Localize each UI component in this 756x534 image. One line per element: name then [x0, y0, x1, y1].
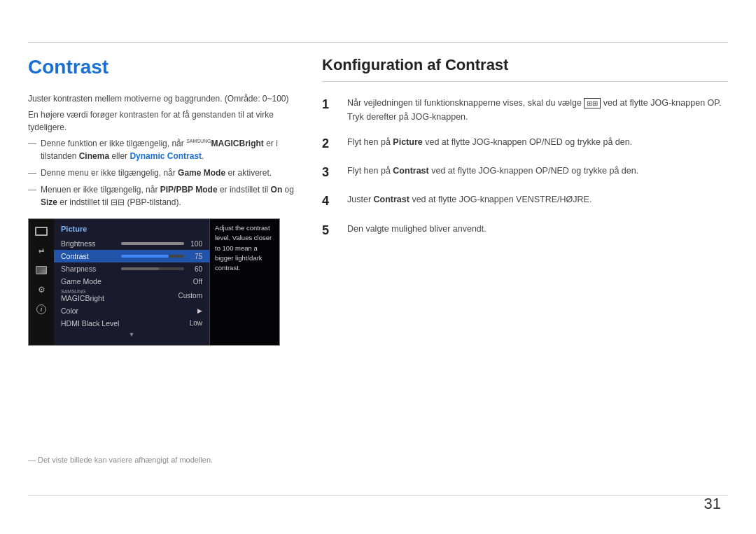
- contrast-value: 75: [187, 253, 202, 260]
- color-label: Color: [61, 307, 78, 315]
- contrast-fill: [121, 255, 169, 258]
- info-icon: i: [36, 304, 46, 314]
- cinema-label: Cinema: [79, 151, 109, 161]
- color-arrow-icon: ▶: [197, 307, 202, 314]
- contrast-ref: Contrast: [393, 166, 428, 176]
- color-row: Color ▶: [54, 304, 209, 317]
- bullet-item-3: — Menuen er ikke tilgængelig, når PIP/PB…: [28, 183, 301, 209]
- step-number-2: 2: [322, 135, 342, 153]
- pbp-icon: ⊟⊟: [111, 197, 125, 207]
- jog-icon: ⊞⊞: [584, 98, 601, 108]
- step-text-4: Juster Contrast ved at flytte JOG-knappe…: [347, 192, 592, 206]
- bullet-text-2: Denne menu er ikke tilgængelig, når Game…: [41, 167, 272, 179]
- step-number-5: 5: [322, 222, 342, 239]
- icon-picture-item: [34, 264, 49, 276]
- bullet-item-1: — Denne funktion er ikke tilgængelig, nå…: [28, 137, 301, 162]
- monitor-screenshot: ⇄ ⚙ i Picture Brightness: [28, 218, 280, 346]
- step-4: 4 Juster Contrast ved at flytte JOG-knap…: [322, 192, 728, 210]
- brightness-fill: [121, 242, 184, 245]
- bullet-dash-2: —: [28, 167, 36, 179]
- magic-bright-value: Custom: [178, 292, 202, 300]
- step-text-3: Flyt hen på Contrast ved at flytte JOG-k…: [347, 164, 638, 178]
- brightness-row: Brightness 100: [54, 237, 209, 250]
- right-column: Konfiguration af Contrast 1 Når vejledni…: [322, 56, 728, 251]
- step-5: 5 Den valgte mulighed bliver anvendt.: [322, 222, 728, 239]
- hdmi-label: HDMI Black Level: [61, 319, 119, 328]
- magic-name: MAGICBright: [61, 294, 104, 302]
- desc-text-1: Juster kontrasten mellem motiverne og ba…: [28, 92, 301, 105]
- desc-text-2: En højere værdi forøger kontrasten for a…: [28, 108, 301, 134]
- contrast-track: [121, 255, 184, 258]
- brightness-track: [121, 242, 184, 245]
- sharpness-track: [121, 267, 184, 270]
- contrast-bar-container: 75: [121, 253, 202, 260]
- game-mode-label: Game Mode: [178, 168, 225, 178]
- pip-mode-label: PIP/PBP Mode: [160, 185, 218, 195]
- brightness-label: Brightness: [61, 239, 96, 248]
- menu-panel: Picture Brightness 100 Contrast: [54, 219, 209, 345]
- sharpness-bar-container: 60: [121, 265, 202, 273]
- magic-bright-menu-label: SAMSUNG MAGICBright: [61, 290, 104, 302]
- step-text-2: Flyt hen på Picture ved at flytte JOG-kn…: [347, 135, 632, 149]
- monitor-icon: [35, 227, 48, 236]
- icon-gear-item: ⚙: [34, 283, 49, 296]
- bullet-item-2: — Denne menu er ikke tilgængelig, når Ga…: [28, 167, 301, 179]
- magic-bright-row: SAMSUNG MAGICBright Custom: [54, 288, 209, 304]
- on-label: On: [271, 185, 283, 195]
- bottom-divider: [28, 495, 728, 496]
- arrows-icon: ⇄: [38, 247, 44, 255]
- game-mode-value: Off: [193, 278, 202, 286]
- dynamic-contrast-label: Dynamic Contrast: [130, 151, 202, 161]
- scroll-indicator: ▼: [54, 330, 209, 339]
- step-text-5: Den valgte mulighed bliver anvendt.: [347, 222, 486, 236]
- brand-sup: SAMSUNG: [186, 139, 211, 143]
- contrast-ref-2: Contrast: [374, 195, 410, 204]
- icon-arrows-item: ⇄: [34, 244, 49, 257]
- game-mode-menu-label: Game Mode: [61, 277, 102, 286]
- bullet-dash-3: —: [28, 183, 36, 196]
- step-number-4: 4: [322, 192, 342, 210]
- step-number-1: 1: [322, 96, 342, 113]
- magic-bright-label: MAGICBright: [211, 139, 264, 148]
- step-text-1: Når vejledningen til funktionsknapperne …: [347, 96, 728, 124]
- picture-icon: [36, 266, 47, 274]
- step-2: 2 Flyt hen på Picture ved at flytte JOG-…: [322, 135, 728, 153]
- contrast-row: Contrast 75: [54, 250, 209, 262]
- menu-header: Picture: [54, 223, 209, 237]
- icon-info-item: i: [34, 303, 49, 316]
- game-mode-row: Game Mode Off: [54, 275, 209, 288]
- section-title: Contrast: [28, 56, 301, 78]
- picture-ref: Picture: [393, 137, 422, 147]
- right-section-title: Konfiguration af Contrast: [322, 56, 728, 82]
- gear-icon: ⚙: [38, 285, 46, 295]
- size-label: Size: [41, 197, 57, 207]
- top-divider: [28, 42, 728, 43]
- sharpness-row: Sharpness 60: [54, 262, 209, 275]
- hdmi-value: Low: [190, 319, 202, 327]
- left-column: Contrast Juster kontrasten mellem motive…: [28, 56, 301, 346]
- icon-monitor-item: [34, 225, 49, 237]
- step-1: 1 Når vejledningen til funktionsknappern…: [322, 96, 728, 124]
- brightness-value: 100: [187, 240, 202, 248]
- sidebar-icons: ⇄ ⚙ i: [29, 219, 54, 345]
- hdmi-row: HDMI Black Level Low: [54, 317, 209, 330]
- bullet-dash-1: —: [28, 137, 36, 150]
- page-number: 31: [704, 495, 721, 513]
- bullet-text-1: Denne funktion er ikke tilgængelig, når …: [41, 137, 301, 162]
- footnote: ― Det viste billede kan variere afhængig…: [28, 456, 213, 464]
- sharpness-label: Sharpness: [61, 265, 96, 273]
- brightness-bar-container: 100: [121, 240, 202, 248]
- bullet-text-3: Menuen er ikke tilgængelig, når PIP/PBP …: [41, 183, 301, 209]
- step-number-3: 3: [322, 164, 342, 181]
- step-3: 3 Flyt hen på Contrast ved at flytte JOG…: [322, 164, 728, 181]
- contrast-label: Contrast: [61, 252, 89, 260]
- sharpness-fill: [121, 267, 159, 270]
- tooltip-text: Adjust the contrast level. Values closer…: [215, 224, 272, 272]
- tooltip-box: Adjust the contrast level. Values closer…: [209, 219, 279, 345]
- sharpness-value: 60: [187, 265, 202, 273]
